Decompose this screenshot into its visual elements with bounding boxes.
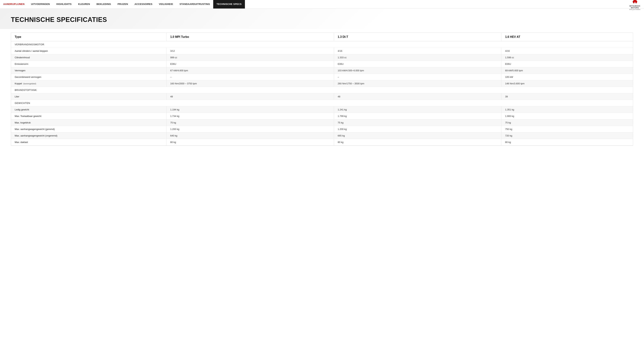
table-row: Aantal cilinders / aantal kleppen3/124/1… bbox=[11, 48, 633, 54]
table-row: Max. kogeldruk75 kg75 kg75 kg bbox=[11, 119, 633, 126]
row-label: Cilinderinhoud bbox=[11, 54, 166, 61]
row-label: Max. daklast bbox=[11, 139, 166, 145]
nav-item-veiligheid[interactable]: VEILIGHEID bbox=[156, 0, 176, 8]
row-label: Max. aanhangwagengewicht (geremd) bbox=[11, 126, 166, 132]
row-value-col2: 4/16 bbox=[334, 48, 502, 54]
section-title-row-verbrandingsmotor: VERBRANDINGSMOTOR bbox=[11, 41, 633, 48]
row-value-col1: 67 kW/4.600 tpm bbox=[166, 67, 334, 74]
section-title-row-brandstoftank: BRANDSTOFTANK bbox=[11, 87, 633, 93]
section-title-verbrandingsmotor: VERBRANDINGSMOTOR bbox=[11, 41, 633, 48]
row-value-col2: 260 Nm/1750 – 3500 tpm bbox=[334, 80, 502, 87]
row-value-col2: 1.333 cc bbox=[334, 54, 502, 61]
page-title: TECHNISCHE SPECIFICATIES bbox=[11, 16, 633, 23]
row-label-note: (toerengebied) bbox=[23, 82, 36, 85]
row-value-col1: 75 kg bbox=[166, 119, 334, 126]
row-value-col1: 1.200 kg bbox=[166, 126, 334, 132]
row-value-col3: 4/16 bbox=[502, 48, 633, 54]
table-row: Max. aanhangwagengewicht (ongeremd)640 k… bbox=[11, 132, 633, 139]
row-label: Emissienorm bbox=[11, 61, 166, 67]
main-navigation: AANDRIJFLIJNENUITVOERINGENHIGHLIGHTSKLEU… bbox=[0, 0, 644, 9]
table-row: Vermogen67 kW/4.600 tpm103 kW/4.500–6.00… bbox=[11, 67, 633, 74]
row-label: Max. Toelaatbaar gewicht bbox=[11, 113, 166, 119]
row-value-col1: 160 Nm/2000 – 3750 tpm bbox=[166, 80, 334, 87]
nav-items: AANDRIJFLIJNENUITVOERINGENHIGHLIGHTSKLEU… bbox=[0, 0, 626, 8]
page-header: TECHNISCHE SPECIFICATIES bbox=[0, 9, 644, 29]
logo-area: MITSUBISHIMOTORS Drive your Ambition bbox=[626, 0, 644, 8]
nav-item-standaarduitrusting[interactable]: STANDAARDUITRUSTING bbox=[176, 0, 213, 8]
section-title-gewichten: GEWICHTEN bbox=[11, 100, 633, 106]
row-value-col2: 1.799 kg bbox=[334, 113, 502, 119]
column-header-col1: 1.0 MPI Turbo bbox=[166, 33, 334, 41]
row-value-col1: – bbox=[166, 74, 334, 80]
row-value-col3: 750 kg bbox=[502, 126, 633, 132]
column-header-col2: 1.3 DI-T bbox=[334, 33, 502, 41]
mitsubishi-diamond-icon bbox=[631, 0, 638, 5]
main-content: Type1.0 MPI Turbo1.3 DI-T1.6 HEV AT VERB… bbox=[0, 29, 644, 157]
table-header-row: Type1.0 MPI Turbo1.3 DI-T1.6 HEV AT bbox=[11, 33, 633, 41]
tagline: Drive your Ambition bbox=[629, 9, 640, 10]
spec-table: Type1.0 MPI Turbo1.3 DI-T1.6 HEV AT VERB… bbox=[11, 33, 633, 145]
row-value-col3: 1.351 kg bbox=[502, 106, 633, 113]
row-value-col1: 3/12 bbox=[166, 48, 334, 54]
nav-item-highlights[interactable]: HIGHLIGHTS bbox=[53, 0, 75, 8]
table-row: Koppel (toerengebied)160 Nm/2000 – 3750 … bbox=[11, 80, 633, 87]
row-label: Aantal cilinders / aantal kleppen bbox=[11, 48, 166, 54]
row-value-col2: 48 bbox=[334, 93, 502, 100]
row-value-col2: 75 kg bbox=[334, 119, 502, 126]
row-value-col3: 148 Nm/3.600 tpm bbox=[502, 80, 633, 87]
mitsubishi-logo: MITSUBISHIMOTORS Drive your Ambition bbox=[629, 0, 640, 10]
row-label: Koppel (toerengebied) bbox=[11, 80, 166, 87]
table-row: Cilinderinhoud999 cc1.333 cc1.598 cc bbox=[11, 54, 633, 61]
row-value-col3: 80 kg bbox=[502, 139, 633, 145]
row-label: Vermogen bbox=[11, 67, 166, 74]
row-value-col2: E06U bbox=[334, 61, 502, 67]
row-value-col1: 1.194 kg bbox=[166, 106, 334, 113]
table-row: Max. Toelaatbaar gewicht1.734 kg1.799 kg… bbox=[11, 113, 633, 119]
row-label: Liter bbox=[11, 93, 166, 100]
table-row: Liter484839 bbox=[11, 93, 633, 100]
row-value-col1: 80 kg bbox=[166, 139, 334, 145]
row-value-col1: 48 bbox=[166, 93, 334, 100]
column-header-col3: 1.6 HEV AT bbox=[502, 33, 633, 41]
row-value-col3: 75 kg bbox=[502, 119, 633, 126]
row-value-col2: 1.200 kg bbox=[334, 126, 502, 132]
section-title-row-gewichten: GEWICHTEN bbox=[11, 100, 633, 106]
row-value-col3: E06U bbox=[502, 61, 633, 67]
row-value-col2: 103 kW/4.500–6.000 tpm bbox=[334, 67, 502, 74]
table-row: Ledig gewicht1.194 kg1.241 kg1.351 kg bbox=[11, 106, 633, 113]
row-value-col2: – bbox=[334, 74, 502, 80]
row-value-col1: E06U bbox=[166, 61, 334, 67]
nav-item-technische-specs[interactable]: TECHNISCHE SPECS bbox=[213, 0, 245, 8]
row-label: Max. aanhangwagengewicht (ongeremd) bbox=[11, 132, 166, 139]
table-row: Max. aanhangwagengewicht (geremd)1.200 k… bbox=[11, 126, 633, 132]
row-value-col3: 1.900 kg bbox=[502, 113, 633, 119]
table-body: VERBRANDINGSMOTORAantal cilinders / aant… bbox=[11, 41, 633, 145]
nav-item-bekleding[interactable]: BEKLEDING bbox=[93, 0, 114, 8]
spec-table-wrapper: Type1.0 MPI Turbo1.3 DI-T1.6 HEV AT VERB… bbox=[11, 32, 633, 146]
table-row: Max. daklast80 kg80 kg80 kg bbox=[11, 139, 633, 145]
table-row: Gecombineerd vermogen––105 kW bbox=[11, 74, 633, 80]
row-value-col3: 105 kW bbox=[502, 74, 633, 80]
row-label: Ledig gewicht bbox=[11, 106, 166, 113]
row-value-col3: 1.598 cc bbox=[502, 54, 633, 61]
column-header-label: Type bbox=[11, 33, 166, 41]
brand-name: MITSUBISHIMOTORS bbox=[629, 5, 640, 9]
row-value-col3: 720 kg bbox=[502, 132, 633, 139]
nav-item-accessoires[interactable]: ACCESSOIRES bbox=[131, 0, 156, 8]
row-value-col1: 1.734 kg bbox=[166, 113, 334, 119]
nav-item-kleuren[interactable]: KLEUREN bbox=[75, 0, 93, 8]
table-row: EmissienormE06UE06UE06U bbox=[11, 61, 633, 67]
row-value-col2: 665 kg bbox=[334, 132, 502, 139]
row-value-col1: 999 cc bbox=[166, 54, 334, 61]
section-title-brandstoftank: BRANDSTOFTANK bbox=[11, 87, 633, 93]
row-value-col3: 69 kW/5.600 tpm bbox=[502, 67, 633, 74]
row-value-col1: 640 kg bbox=[166, 132, 334, 139]
nav-item-prijzen[interactable]: PRIJZEN bbox=[114, 0, 131, 8]
row-value-col3: 39 bbox=[502, 93, 633, 100]
row-label: Gecombineerd vermogen bbox=[11, 74, 166, 80]
row-label: Max. kogeldruk bbox=[11, 119, 166, 126]
nav-item-aandrijflijnen[interactable]: AANDRIJFLIJNEN bbox=[0, 0, 28, 8]
row-value-col2: 80 kg bbox=[334, 139, 502, 145]
row-value-col2: 1.241 kg bbox=[334, 106, 502, 113]
nav-item-uitvoeringen[interactable]: UITVOERINGEN bbox=[28, 0, 53, 8]
